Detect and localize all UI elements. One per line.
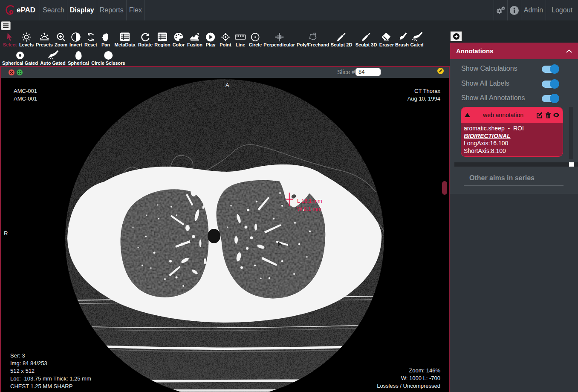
svg-text:W 8.1 mm: W 8.1 mm xyxy=(297,206,321,212)
svg-text:L 16.1 mm: L 16.1 mm xyxy=(297,198,322,204)
